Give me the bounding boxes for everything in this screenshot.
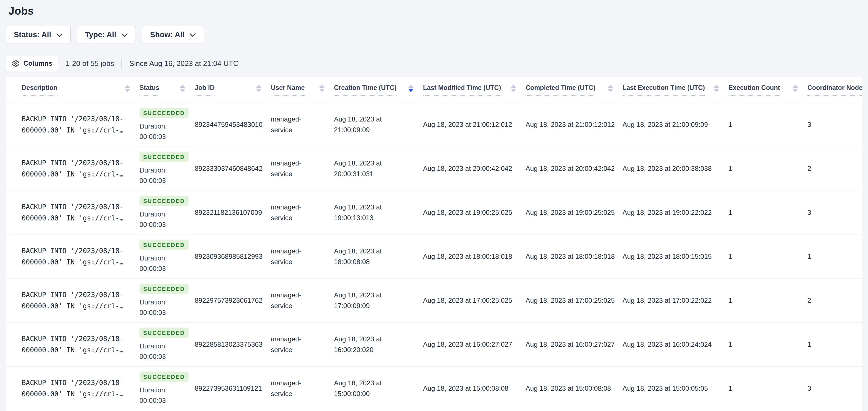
- user-name-value: managed-service: [271, 334, 306, 355]
- column-header-completed-time-utc[interactable]: Completed Time (UTC): [526, 77, 623, 102]
- jobs-table-card: Description Status Job ID User Name Crea…: [6, 77, 862, 411]
- duration: Duration: 00:00:03: [140, 297, 183, 318]
- job-description-link[interactable]: BACKUP INTO '/2023/08/18-000000.00' IN '…: [22, 245, 128, 268]
- job-description-link[interactable]: BACKUP INTO '/2023/08/18-000000.00' IN '…: [22, 113, 128, 136]
- duration-value: 00:00:03: [140, 131, 183, 142]
- creation-time-value: Aug 18, 2023 at 19:00:13:013: [334, 202, 390, 223]
- chevron-down-icon: [190, 33, 196, 37]
- column-header-status[interactable]: Status: [140, 77, 195, 102]
- coordinator-node-value: 1: [807, 253, 811, 260]
- filter-label: Type: All: [85, 30, 116, 39]
- creation-time-cell: Aug 18, 2023 at 18:00:08:08: [334, 235, 423, 278]
- sort-arrows-icon: [125, 85, 130, 92]
- last-modified-time-value: Aug 18, 2023 at 17:00:25:025: [423, 297, 512, 304]
- duration-value: 00:00:03: [140, 263, 183, 274]
- last-modified-time-cell: Aug 18, 2023 at 20:00:42:042: [423, 147, 526, 190]
- sort-arrows-icon: [180, 85, 185, 92]
- column-header-user-name[interactable]: User Name: [271, 77, 334, 102]
- column-header-last-execution-time-utc[interactable]: Last Execution Time (UTC): [623, 77, 728, 102]
- sort-arrows-icon: [793, 85, 798, 92]
- duration-label: Duration:: [140, 165, 183, 175]
- creation-time-cell: Aug 18, 2023 at 17:00:09:09: [334, 278, 423, 322]
- job-id-value: 892333037460848642: [195, 165, 262, 172]
- creation-time-cell: Aug 18, 2023 at 21:00:09:09: [334, 102, 423, 147]
- coordinator-node-value: 3: [807, 121, 811, 128]
- job-description-link[interactable]: BACKUP INTO '/2023/08/18-000000.00' IN '…: [22, 157, 128, 180]
- job-description-link[interactable]: BACKUP INTO '/2023/08/18-000000.00' IN '…: [22, 333, 128, 356]
- job-description-link[interactable]: BACKUP INTO '/2023/08/18-000000.00' IN '…: [22, 377, 128, 400]
- coordinator-node-value: 2: [807, 165, 811, 172]
- execution-count-value: 1: [728, 209, 732, 216]
- job-description-link[interactable]: BACKUP INTO '/2023/08/18-000000.00' IN '…: [22, 201, 128, 224]
- duration-value: 00:00:03: [140, 175, 183, 186]
- completed-time-value: Aug 18, 2023 at 16:00:27:027: [526, 341, 615, 348]
- column-header-label: Completed Time (UTC): [526, 84, 595, 95]
- completed-time-cell: Aug 18, 2023 at 17:00:25:025: [526, 278, 623, 322]
- status-cell: SUCCEEDED Duration: 00:00:03: [140, 366, 195, 410]
- last-execution-time-value: Aug 18, 2023 at 19:00:22:022: [623, 209, 712, 216]
- job-id-cell: 892273953631109121: [195, 366, 271, 410]
- coordinator-node-cell: 2: [807, 147, 862, 190]
- creation-time-cell: Aug 18, 2023 at 16:00:20:020: [334, 322, 423, 366]
- status-cell: SUCCEEDED Duration: 00:00:03: [140, 322, 195, 366]
- creation-time-value: Aug 18, 2023 at 21:00:09:09: [334, 114, 390, 135]
- column-header-coordinator-node[interactable]: Coordinator Node: [807, 77, 862, 102]
- last-modified-time-cell: Aug 18, 2023 at 15:00:08:08: [423, 366, 526, 410]
- column-header-label: Coordinator Node: [807, 84, 862, 95]
- user-name-cell: managed-service: [271, 278, 334, 322]
- execution-count-cell: 1: [728, 322, 807, 366]
- sort-arrows-icon: [714, 85, 719, 92]
- last-execution-time-cell: Aug 18, 2023 at 15:00:05:05: [623, 366, 728, 410]
- column-header-execution-count[interactable]: Execution Count: [728, 77, 807, 102]
- job-id-value: 892297573923061762: [195, 297, 262, 304]
- duration: Duration: 00:00:03: [140, 253, 183, 274]
- job-id-value: 892309368985812993: [195, 253, 262, 260]
- column-header-last-modified-time-utc[interactable]: Last Modified Time (UTC): [423, 77, 526, 102]
- filter-button-show[interactable]: Show: All: [142, 26, 204, 43]
- completed-time-value: Aug 18, 2023 at 17:00:25:025: [526, 297, 615, 304]
- user-name-value: managed-service: [271, 202, 306, 223]
- page-title: Jobs: [8, 4, 862, 18]
- last-execution-time-value: Aug 18, 2023 at 21:00:09:09: [623, 121, 708, 128]
- user-name-value: managed-service: [271, 290, 306, 311]
- last-modified-time-value: Aug 18, 2023 at 21:00:12:012: [423, 121, 512, 128]
- column-header-label: Description: [22, 84, 58, 95]
- status-badge: SUCCEEDED: [140, 108, 189, 118]
- job-id-value: 892285813023375363: [195, 341, 262, 348]
- completed-time-value: Aug 18, 2023 at 15:00:08:08: [526, 384, 611, 392]
- column-header-creation-time-utc[interactable]: Creation Time (UTC): [334, 77, 423, 102]
- sort-arrows-icon: [256, 85, 261, 92]
- coordinator-node-value: 3: [807, 384, 811, 392]
- execution-count-value: 1: [728, 384, 732, 392]
- coordinator-node-cell: 1: [807, 235, 862, 278]
- last-execution-time-value: Aug 18, 2023 at 15:00:05:05: [623, 384, 708, 392]
- creation-time-value: Aug 18, 2023 at 18:00:08:08: [334, 246, 390, 267]
- duration-value: 00:00:03: [140, 395, 183, 406]
- columns-button[interactable]: Columns: [6, 56, 58, 71]
- column-header-description[interactable]: Description: [6, 77, 140, 102]
- completed-time-cell: Aug 18, 2023 at 18:00:18:018: [526, 235, 623, 278]
- description-cell: BACKUP INTO '/2023/08/18-000000.00' IN '…: [6, 147, 140, 190]
- coordinator-node-value: 2: [807, 297, 811, 304]
- filters-bar: Status: All Type: All Show: All: [6, 26, 862, 43]
- creation-time-cell: Aug 18, 2023 at 20:00:31:031: [334, 147, 423, 190]
- duration-value: 00:00:03: [140, 219, 183, 230]
- completed-time-cell: Aug 18, 2023 at 19:00:25:025: [526, 190, 623, 235]
- creation-time-value: Aug 18, 2023 at 20:00:31:031: [334, 158, 390, 179]
- status-cell: SUCCEEDED Duration: 00:00:03: [140, 190, 195, 235]
- completed-time-value: Aug 18, 2023 at 20:00:42:042: [526, 165, 615, 172]
- job-description-link[interactable]: BACKUP INTO '/2023/08/18-000000.00' IN '…: [22, 289, 128, 312]
- table-row: BACKUP INTO '/2023/08/18-000000.00' IN '…: [6, 322, 862, 366]
- description-cell: BACKUP INTO '/2023/08/18-000000.00' IN '…: [6, 235, 140, 278]
- table-row: BACKUP INTO '/2023/08/18-000000.00' IN '…: [6, 366, 862, 410]
- status-badge: SUCCEEDED: [140, 196, 189, 206]
- filter-button-status[interactable]: Status: All: [6, 26, 71, 43]
- filter-button-type[interactable]: Type: All: [77, 26, 136, 43]
- column-header-job-id[interactable]: Job ID: [195, 77, 271, 102]
- duration-label: Duration:: [140, 121, 183, 131]
- job-id-cell: 892309368985812993: [195, 235, 271, 278]
- last-execution-time-value: Aug 18, 2023 at 16:00:24:024: [623, 341, 712, 348]
- description-cell: BACKUP INTO '/2023/08/18-000000.00' IN '…: [6, 102, 140, 147]
- last-modified-time-value: Aug 18, 2023 at 19:00:25:025: [423, 209, 512, 216]
- last-execution-time-cell: Aug 18, 2023 at 16:00:24:024: [623, 322, 728, 366]
